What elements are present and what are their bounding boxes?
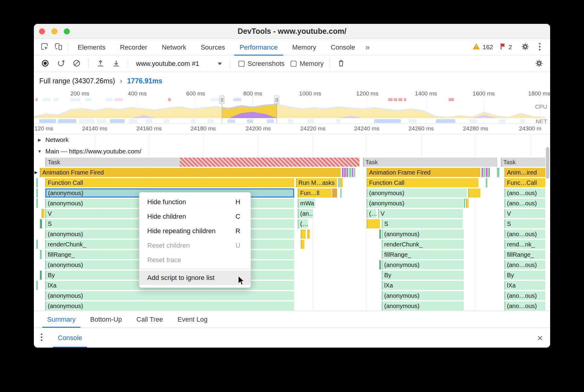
flame-entry[interactable]: By bbox=[382, 271, 464, 280]
more-tabs-button[interactable]: » bbox=[362, 43, 373, 52]
flame-ruler[interactable]: 120 ms24140 ms24160 ms24180 ms24200 ms24… bbox=[34, 124, 550, 134]
load-profile-button[interactable] bbox=[94, 57, 107, 70]
tab-elements[interactable]: Elements bbox=[70, 39, 113, 56]
flame-sliver[interactable] bbox=[36, 240, 38, 249]
flame-entry[interactable]: By bbox=[505, 271, 545, 280]
flame-entry[interactable]: fillRange_ bbox=[382, 250, 464, 259]
flame-entry[interactable]: Run M…asks bbox=[296, 178, 337, 187]
flame-entry[interactable]: Function Call bbox=[45, 178, 294, 187]
flame-entry[interactable]: lXa bbox=[382, 281, 464, 290]
flame-entry[interactable]: V bbox=[378, 209, 463, 218]
device-toolbar-button[interactable] bbox=[51, 41, 65, 53]
memory-checkbox[interactable] bbox=[290, 61, 297, 67]
flame-sliver[interactable] bbox=[180, 158, 359, 167]
tab-console[interactable]: Console bbox=[323, 39, 362, 56]
flame-entry[interactable]: Task bbox=[45, 158, 180, 167]
bottom-tab-bottom-up[interactable]: Bottom-Up bbox=[83, 311, 129, 328]
flame-sliver[interactable] bbox=[42, 209, 44, 218]
menu-item-reset-children[interactable]: Reset childrenU bbox=[139, 238, 251, 253]
flame-sliver[interactable] bbox=[484, 168, 485, 177]
flame-sliver[interactable] bbox=[486, 168, 488, 177]
main-track-header[interactable]: ▼ Main — https://www.youtube.com/ bbox=[34, 146, 550, 157]
flame-entry[interactable]: Animation Frame Fired bbox=[40, 168, 341, 177]
tab-network[interactable]: Network bbox=[154, 39, 193, 56]
main-menu-button[interactable] bbox=[533, 41, 546, 53]
screenshots-checkbox-group[interactable]: Screenshots bbox=[238, 60, 284, 68]
flame-sliver[interactable] bbox=[332, 188, 337, 198]
flame-sliver[interactable] bbox=[40, 219, 42, 228]
flame-sliver[interactable] bbox=[488, 168, 490, 177]
flame-entry[interactable]: Task bbox=[363, 158, 497, 167]
flame-sliver[interactable] bbox=[301, 230, 306, 239]
warnings-badge[interactable]: 162 bbox=[472, 43, 493, 51]
flame-entry[interactable]: (anonymous) bbox=[367, 199, 463, 208]
flame-entry[interactable]: Task bbox=[501, 158, 545, 167]
flame-sliver[interactable] bbox=[379, 260, 381, 269]
menu-item-add-script-to-ignore-list[interactable]: Add script to ignore list bbox=[139, 271, 251, 285]
flame-entry[interactable]: (anonymous) bbox=[45, 301, 294, 310]
breadcrumb-selection[interactable]: 1776.91ms bbox=[127, 77, 162, 85]
menu-item-hide-function[interactable]: Hide functionH bbox=[139, 195, 251, 209]
flame-sliver[interactable] bbox=[352, 168, 353, 177]
clear-button[interactable] bbox=[70, 57, 83, 70]
flame-entry[interactable]: S bbox=[505, 219, 545, 228]
flame-entry[interactable]: (ano…ous) bbox=[505, 301, 545, 310]
tab-recorder[interactable]: Recorder bbox=[113, 39, 154, 56]
flame-sliver[interactable] bbox=[482, 168, 483, 177]
memory-checkbox-group[interactable]: Memory bbox=[290, 60, 323, 68]
flame-entry[interactable]: (ano…ous) bbox=[505, 260, 545, 269]
flame-entry[interactable]: mWa bbox=[298, 199, 315, 208]
flame-entry[interactable]: (anonymous) bbox=[45, 291, 294, 300]
minimize-window-button[interactable] bbox=[51, 28, 57, 34]
close-window-button[interactable] bbox=[39, 28, 45, 34]
flame-entry[interactable]: (anonymous) bbox=[382, 301, 464, 310]
flame-sliver[interactable] bbox=[466, 199, 469, 208]
drawer-tab-console[interactable]: Console bbox=[53, 328, 87, 348]
drawer-menu-button[interactable] bbox=[41, 333, 43, 342]
menu-item-reset-trace[interactable]: Reset trace bbox=[139, 253, 251, 267]
settings-button[interactable] bbox=[519, 41, 531, 53]
menu-item-hide-children[interactable]: Hide childrenC bbox=[139, 209, 251, 224]
tab-performance[interactable]: Performance bbox=[232, 39, 285, 56]
flame-sliver[interactable] bbox=[486, 178, 487, 187]
reload-and-record-button[interactable] bbox=[54, 57, 67, 70]
flame-sliver[interactable] bbox=[36, 188, 38, 198]
collect-garbage-button[interactable] bbox=[335, 57, 348, 70]
zoom-window-button[interactable] bbox=[64, 28, 70, 34]
flame-sliver[interactable] bbox=[340, 188, 342, 198]
flame-entry[interactable]: renderChunk_ bbox=[382, 240, 464, 249]
flame-entry[interactable]: (ano…ous) bbox=[505, 291, 545, 300]
flame-sliver[interactable] bbox=[342, 168, 344, 177]
flame-entry[interactable]: rend…nk_ bbox=[505, 240, 545, 249]
vertical-scrollbar-thumb[interactable] bbox=[546, 147, 549, 179]
flame-sliver[interactable] bbox=[340, 178, 343, 187]
flame-sliver[interactable] bbox=[36, 199, 38, 208]
breadcrumb-full-range[interactable]: Full range (34307.26ms) bbox=[39, 77, 115, 85]
flame-sliver[interactable] bbox=[307, 230, 310, 239]
overview-window-handle-left[interactable] bbox=[219, 96, 224, 104]
flame-entry[interactable]: Fun…ll bbox=[298, 188, 332, 198]
flame-sliver[interactable] bbox=[36, 178, 38, 187]
flame-entry[interactable]: (ano…ous) bbox=[505, 230, 545, 239]
bottom-tab-call-tree[interactable]: Call Tree bbox=[129, 311, 170, 328]
capture-settings-button[interactable] bbox=[533, 57, 545, 70]
flame-sliver[interactable] bbox=[338, 178, 340, 187]
flame-entry[interactable]: Function Call bbox=[367, 178, 479, 187]
flame-entry[interactable]: Animation Frame Fired bbox=[367, 168, 480, 177]
flame-entry[interactable]: Anim…ired bbox=[505, 168, 545, 177]
flame-sliver[interactable] bbox=[379, 230, 381, 239]
flame-sliver[interactable] bbox=[354, 168, 355, 177]
flame-sliver[interactable] bbox=[367, 219, 380, 228]
flame-sliver[interactable] bbox=[36, 281, 38, 290]
flame-sliver[interactable] bbox=[40, 250, 42, 259]
tab-sources[interactable]: Sources bbox=[193, 39, 232, 56]
flame-entry[interactable]: (an…s) bbox=[298, 209, 313, 218]
errors-badge[interactable]: 2 bbox=[500, 43, 512, 51]
save-profile-button[interactable] bbox=[110, 57, 122, 70]
flame-entry[interactable]: V bbox=[505, 209, 545, 218]
close-drawer-button[interactable]: × bbox=[537, 333, 543, 343]
flame-entry[interactable]: (anonymous) bbox=[382, 230, 464, 239]
history-select[interactable]: www.youtube.com #1 bbox=[134, 60, 224, 68]
flame-entry[interactable]: (… bbox=[298, 219, 308, 228]
overview[interactable]: 200 ms400 ms600 ms800 ms1000 ms1200 ms14… bbox=[34, 90, 550, 124]
